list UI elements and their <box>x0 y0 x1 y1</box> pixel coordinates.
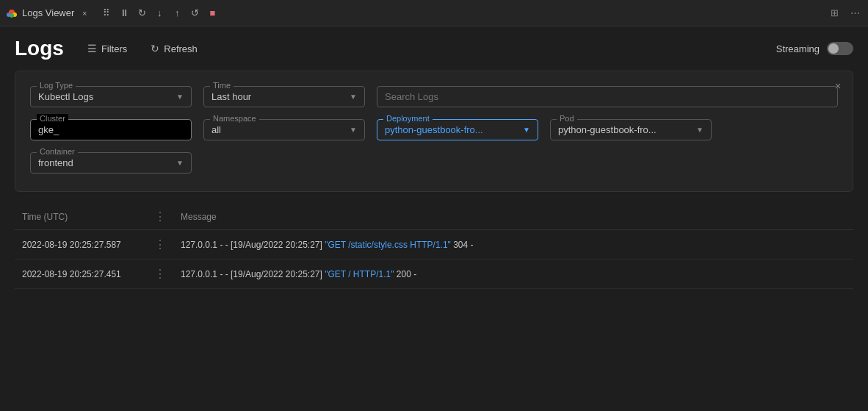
filters-label: Filters <box>101 43 127 54</box>
log-time-2: 2022-08-19 20:25:27.451 <box>15 260 147 289</box>
logs-table: Time (UTC) ⋮ Message 2022-08-19 20:25:27… <box>15 204 853 289</box>
table-row: 2022-08-19 20:25:27.451 ⋮ 127.0.0.1 - - … <box>15 260 853 289</box>
cluster-input[interactable] <box>38 124 184 135</box>
refresh-icon: ↻ <box>151 43 159 54</box>
log-type-label: Log Type <box>37 81 76 90</box>
log-msg-link-2[interactable]: "GET / HTTP/1.1" <box>325 269 394 279</box>
pod-select[interactable]: python-guestbook-fro... ▼ <box>558 124 704 135</box>
container-label: Container <box>37 147 78 156</box>
namespace-field[interactable]: Namespace all ▼ <box>203 119 365 140</box>
upload-btn[interactable]: ↑ <box>170 6 184 21</box>
col-actions-icon[interactable]: ⋮ <box>154 210 166 223</box>
namespace-value: all <box>211 124 221 135</box>
pod-field[interactable]: Pod python-guestbook-fro... ▼ <box>550 119 712 140</box>
deployment-label: Deployment <box>383 114 433 123</box>
pod-value: python-guestbook-fro... <box>558 124 657 135</box>
titlebar-actions: ⠿ ⏸ ↻ ↓ ↑ ↺ ■ <box>99 6 220 21</box>
filter-row-2: Cluster Namespace all ▼ Deployment pytho… <box>30 119 838 140</box>
log-message-2: 127.0.0.1 - - [19/Aug/2022 20:25:27] "GE… <box>173 260 853 289</box>
log-actions-1[interactable]: ⋮ <box>147 230 173 260</box>
namespace-label: Namespace <box>210 114 259 123</box>
streaming-label: Streaming <box>776 43 820 54</box>
page-header: Logs ☰ Filters ↻ Refresh Streaming <box>0 26 868 71</box>
log-time-1: 2022-08-19 20:25:27.587 <box>15 230 147 260</box>
page-title: Logs <box>15 37 64 60</box>
log-msg-prefix-2: 127.0.0.1 - - [19/Aug/2022 20:25:27] <box>181 269 325 279</box>
col-time: Time (UTC) <box>15 204 147 230</box>
filter-panel: × Log Type Kubectl Logs ▼ Time Last hour… <box>15 71 853 192</box>
deployment-select[interactable]: python-guestbook-fro... ▼ <box>385 124 530 135</box>
titlebar: Logs Viewer × ⠿ ⏸ ↻ ↓ ↑ ↺ ■ ⊞ ⋯ <box>0 0 868 26</box>
logs-area: Time (UTC) ⋮ Message 2022-08-19 20:25:27… <box>0 204 868 289</box>
log-type-value: Kubectl Logs <box>38 91 93 102</box>
filter-row-1: Log Type Kubectl Logs ▼ Time Last hour ▼ <box>30 86 838 107</box>
row-actions-icon-2[interactable]: ⋮ <box>154 268 166 280</box>
layout-icon[interactable]: ⊞ <box>827 6 842 21</box>
log-actions-2[interactable]: ⋮ <box>147 260 173 289</box>
refresh-label: Refresh <box>164 43 198 54</box>
log-msg-suffix-2: 200 - <box>394 269 416 279</box>
titlebar-right: ⊞ ⋯ <box>827 6 862 21</box>
cluster-label: Cluster <box>37 114 68 123</box>
drag-handle-btn[interactable]: ⠿ <box>99 6 114 21</box>
col-message: Message <box>173 204 853 230</box>
col-actions: ⋮ <box>147 204 173 230</box>
table-row: 2022-08-19 20:25:27.587 ⋮ 127.0.0.1 - - … <box>15 230 853 260</box>
search-input[interactable] <box>385 91 830 102</box>
time-label: Time <box>210 81 234 90</box>
row-actions-icon-1[interactable]: ⋮ <box>154 238 166 251</box>
deployment-value: python-guestbook-fro... <box>385 124 483 135</box>
toggle-thumb <box>828 43 839 54</box>
cloud-logo <box>6 7 18 19</box>
pod-label: Pod <box>557 114 577 123</box>
log-type-select[interactable]: Kubectl Logs ▼ <box>38 91 184 102</box>
namespace-chevron: ▼ <box>350 126 357 134</box>
streaming-area: Streaming <box>776 42 853 55</box>
titlebar-close-btn[interactable]: × <box>79 7 90 19</box>
reset-btn[interactable]: ↺ <box>187 6 202 21</box>
pause-btn[interactable]: ⏸ <box>117 6 131 21</box>
filters-icon: ☰ <box>87 43 97 54</box>
container-value: frontend <box>38 157 73 168</box>
log-type-field[interactable]: Log Type Kubectl Logs ▼ <box>30 86 192 107</box>
time-field[interactable]: Time Last hour ▼ <box>203 86 365 107</box>
streaming-toggle[interactable] <box>827 42 853 55</box>
table-header-row: Time (UTC) ⋮ Message <box>15 204 853 230</box>
logs-table-body: 2022-08-19 20:25:27.587 ⋮ 127.0.0.1 - - … <box>15 230 853 289</box>
deployment-chevron: ▼ <box>523 126 530 134</box>
container-field[interactable]: Container frontend ▼ <box>30 152 192 174</box>
titlebar-title: Logs Viewer <box>22 7 74 18</box>
filter-row-3: Container frontend ▼ <box>30 152 838 174</box>
download-btn[interactable]: ↓ <box>152 6 167 21</box>
container-chevron: ▼ <box>176 159 184 167</box>
container-select[interactable]: frontend ▼ <box>38 157 184 168</box>
pod-chevron: ▼ <box>696 126 704 134</box>
svg-point-3 <box>10 13 14 18</box>
search-field[interactable] <box>377 86 838 107</box>
refresh-btn[interactable]: ↻ Refresh <box>145 40 203 57</box>
cluster-field[interactable]: Cluster <box>30 119 192 140</box>
stop-btn[interactable]: ■ <box>205 6 220 21</box>
time-chevron: ▼ <box>350 93 357 101</box>
log-msg-link-1[interactable]: "GET /static/style.css HTTP/1.1" <box>325 240 451 250</box>
time-select[interactable]: Last hour ▼ <box>211 91 357 102</box>
log-msg-prefix-1: 127.0.0.1 - - [19/Aug/2022 20:25:27] <box>181 240 325 250</box>
filters-btn[interactable]: ☰ Filters <box>82 40 133 57</box>
deployment-field[interactable]: Deployment python-guestbook-fro... ▼ <box>377 119 538 140</box>
log-type-chevron: ▼ <box>176 93 184 101</box>
namespace-select[interactable]: all ▼ <box>211 124 357 135</box>
more-options-icon[interactable]: ⋯ <box>847 6 862 21</box>
time-value: Last hour <box>211 91 251 102</box>
log-message-1: 127.0.0.1 - - [19/Aug/2022 20:25:27] "GE… <box>173 230 853 260</box>
refresh-action-btn[interactable]: ↻ <box>134 6 149 21</box>
log-msg-suffix-1: 304 - <box>451 240 474 250</box>
